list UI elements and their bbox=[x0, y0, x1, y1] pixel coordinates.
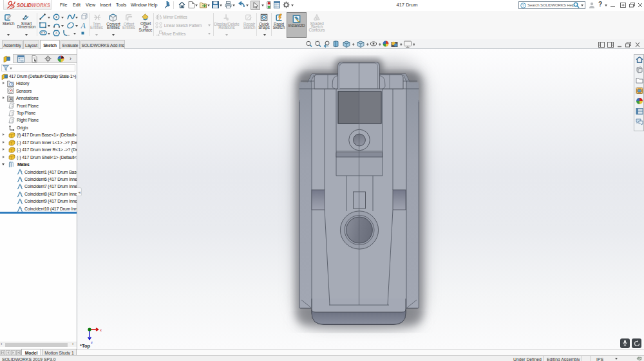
svg-text:A: A bbox=[10, 97, 12, 101]
svg-text:SOLIDWORKS: SOLIDWORKS bbox=[17, 3, 50, 8]
svg-text:*Top: *Top bbox=[80, 343, 91, 349]
svg-text:A: A bbox=[80, 21, 86, 29]
svg-text:x: x bbox=[100, 328, 102, 332]
svg-text:?: ? bbox=[522, 4, 525, 8]
svg-text:z: z bbox=[91, 340, 93, 344]
